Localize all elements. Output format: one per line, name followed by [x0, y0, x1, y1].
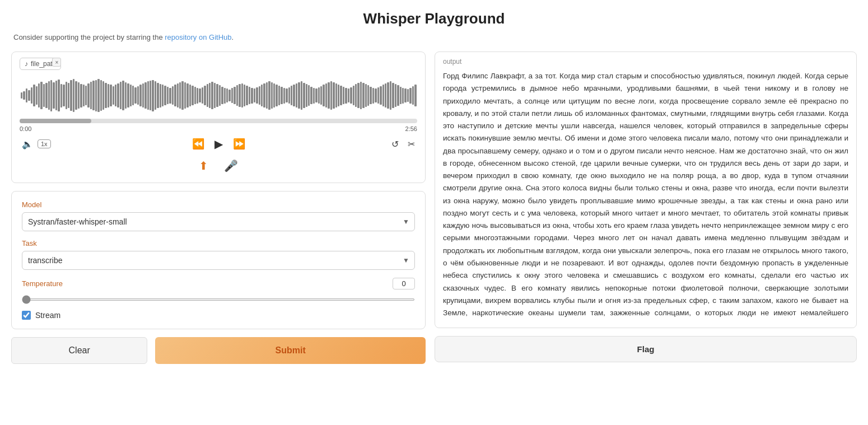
progress-track[interactable]: [20, 119, 417, 123]
github-link[interactable]: repository on GitHub: [165, 33, 231, 41]
model-select-wrapper: Systran/faster-whisper-smallSystran/fast…: [22, 212, 415, 231]
left-panel: ♪ file_path × 0:00 2:56 🔈 1x ⏪ ▶: [11, 52, 426, 364]
task-select[interactable]: transcribetranslate: [22, 251, 415, 270]
stream-row: Stream: [22, 311, 415, 320]
clear-button[interactable]: Clear: [11, 337, 147, 364]
play-button[interactable]: ▶: [214, 137, 223, 151]
volume-button[interactable]: 🔈: [20, 137, 35, 152]
submit-button[interactable]: Submit: [155, 337, 426, 364]
action-row: ⬆ 🎤: [20, 157, 417, 175]
support-text: Consider supporting the project by starr…: [11, 33, 857, 41]
time-start: 0:00: [20, 125, 31, 132]
speed-badge[interactable]: 1x: [38, 139, 51, 148]
settings-card: Model Systran/faster-whisper-smallSystra…: [11, 191, 426, 329]
model-select[interactable]: Systran/faster-whisper-smallSystran/fast…: [22, 212, 415, 231]
fast-forward-button[interactable]: ⏩: [231, 136, 248, 152]
temperature-row: Temperature 0: [22, 278, 415, 289]
temperature-label: Temperature: [22, 279, 63, 288]
task-group: Task transcribetranslate ▼: [22, 239, 415, 270]
support-text-after: .: [232, 33, 234, 41]
file-tab: ♪ file_path ×: [20, 58, 61, 70]
waveform-bars: [20, 74, 417, 116]
time-row: 0:00 2:56: [20, 125, 417, 132]
task-select-wrapper: transcribetranslate ▼: [22, 251, 415, 270]
rewind-button[interactable]: ⏪: [190, 136, 207, 152]
support-text-before: Consider supporting the project by starr…: [13, 33, 163, 41]
audio-card: ♪ file_path × 0:00 2:56 🔈 1x ⏪ ▶: [11, 52, 426, 183]
flag-button[interactable]: Flag: [435, 336, 857, 362]
upload-button[interactable]: ⬆: [195, 157, 212, 175]
output-label: output: [443, 58, 848, 66]
page-title: Whisper Playground: [11, 0, 857, 33]
undo-button[interactable]: ↺: [389, 137, 401, 152]
stream-label: Stream: [35, 311, 60, 320]
output-card: output Горд Филипс Лавкрафт, а за тот. К…: [435, 52, 857, 328]
scissors-button[interactable]: ✂: [405, 137, 417, 152]
progress-fill: [20, 119, 91, 123]
close-icon[interactable]: ×: [52, 58, 61, 67]
waveform-display: [20, 74, 417, 116]
stream-checkbox[interactable]: [22, 311, 31, 320]
task-label: Task: [22, 239, 415, 247]
temperature-slider[interactable]: [22, 298, 415, 301]
model-group: Model Systran/faster-whisper-smallSystra…: [22, 200, 415, 231]
right-controls: ↺ ✂: [389, 137, 417, 152]
slider-container: [22, 293, 415, 303]
buttons-row: Clear Submit: [11, 337, 426, 364]
music-icon: ♪: [25, 60, 28, 68]
volume-group: 🔈 1x: [20, 137, 51, 152]
time-end: 2:56: [405, 125, 417, 132]
controls-row: 🔈 1x ⏪ ▶ ⏩ ↺ ✂: [20, 136, 417, 152]
main-layout: ♪ file_path × 0:00 2:56 🔈 1x ⏪ ▶: [11, 52, 857, 364]
mic-button[interactable]: 🎤: [221, 157, 241, 175]
model-label: Model: [22, 200, 415, 209]
output-text: Горд Филипс Лавкрафт, а за тот. Когда ми…: [443, 70, 848, 322]
right-panel: output Горд Филипс Лавкрафт, а за тот. К…: [435, 52, 857, 362]
temperature-value: 0: [393, 278, 415, 289]
temperature-group: Temperature 0: [22, 278, 415, 303]
